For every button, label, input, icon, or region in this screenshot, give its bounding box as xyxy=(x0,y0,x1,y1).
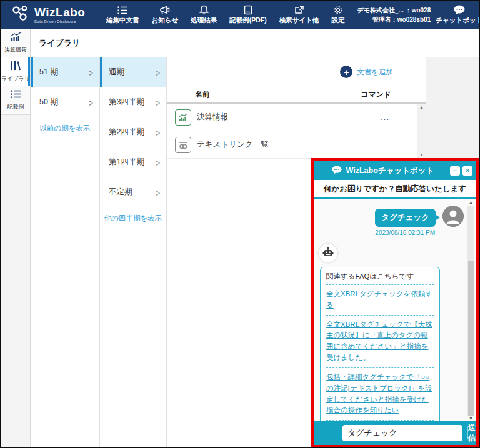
example-list-icon xyxy=(10,89,21,101)
nav-chatbot[interactable]: チャットボット xyxy=(431,1,479,29)
period-item-50[interactable]: 50 期 > xyxy=(31,87,99,117)
faq-box: 関連するFAQはこちらです 全文XBRLタグチェックを依頼する 全文XBRLタグ… xyxy=(320,267,440,421)
book-icon xyxy=(244,5,252,15)
chatbot-panel: WizLaboチャットボット − ✕ 何かお困りですか？自動応答いたします タグ… xyxy=(311,158,479,447)
bot-message-row: 関連するFAQはこちらです 全文XBRLタグチェックを依頼する 全文XBRLタグ… xyxy=(319,244,464,421)
chevron-right-icon: > xyxy=(89,97,93,107)
document-list-icon xyxy=(118,6,128,15)
chat-bubble-icon xyxy=(331,166,342,176)
left-sidebar: 決算情報 ライブラリ 記載例 xyxy=(1,29,31,447)
column-header-name: 名前 xyxy=(167,89,210,100)
quarter-item-q1[interactable]: 第1四半期 > xyxy=(100,147,166,177)
chatbot-input-bar: 送信 xyxy=(314,421,476,445)
robot-icon xyxy=(319,244,338,262)
financial-report-icon xyxy=(175,109,191,126)
chevron-right-icon: > xyxy=(89,67,93,77)
quarter-item-q2[interactable]: 第2四半期 > xyxy=(100,117,166,147)
chatbot-header: WizLaboチャットボット − ✕ xyxy=(314,161,476,180)
chatbot-message-area: タグチェック 2023/08/16 02:31 PM 関連するFAQはこちらです… xyxy=(314,199,476,421)
quarters-column: 通期 > 第3四半期 > 第2四半期 > 第1四半期 > 不定期 > xyxy=(100,57,167,447)
chatbot-minimize-button[interactable]: − xyxy=(450,166,460,176)
chatbot-close-button[interactable]: ✕ xyxy=(462,166,472,176)
top-header-bar: WizLabo Data Driven Disclosure 編集中文書 お知ら… xyxy=(1,1,479,29)
chevron-right-icon: > xyxy=(156,97,160,107)
user-message-row: タグチェック xyxy=(319,206,464,227)
show-other-quarters-link[interactable]: 他の四半期を表示 xyxy=(100,214,166,223)
chevron-right-icon: > xyxy=(156,157,160,167)
chevron-right-icon: > xyxy=(156,67,160,77)
periods-column: 51 期 > 50 期 > 以前の期を表示 xyxy=(31,57,100,447)
faq-link-3[interactable]: 包括・詳細タグチェックで「○○の注記[テキストブロック]」を設定してくださいと指… xyxy=(326,368,434,421)
chat-message-input[interactable] xyxy=(342,425,462,441)
user-avatar xyxy=(442,206,464,227)
wizlabo-logo-icon xyxy=(11,5,30,25)
external-link-icon xyxy=(294,5,304,15)
table-row-financial-info[interactable]: 決算情報 ... xyxy=(167,104,426,131)
library-icon xyxy=(9,61,22,73)
chevron-right-icon: > xyxy=(156,187,160,197)
period-item-51[interactable]: 51 期 > xyxy=(31,57,99,87)
financial-chart-icon xyxy=(9,32,22,44)
nav-settings[interactable]: 設定 xyxy=(327,1,350,29)
text-link-icon xyxy=(175,137,191,153)
screenshot-frame: WizLabo Data Driven Disclosure 編集中文書 お知ら… xyxy=(0,0,480,448)
nav-editing-documents[interactable]: 編集中文書 xyxy=(101,1,144,29)
quarter-item-irregular[interactable]: 不定期 > xyxy=(100,177,166,207)
megaphone-icon xyxy=(159,6,171,15)
faq-link-4[interactable]: 包括・詳細タグチェックで、包括タグの「開始/終了タグを移動してください」と指摘を… xyxy=(326,421,434,421)
scroll-down-icon[interactable]: ▼ xyxy=(419,152,424,157)
document-list-scrollbar[interactable]: ▲ ▼ xyxy=(418,104,426,158)
sidebar-item-examples[interactable]: 記載例 xyxy=(1,86,30,115)
add-document-button[interactable]: + 文書を追加 xyxy=(340,66,393,78)
table-row-text-links[interactable]: テキストリンク一覧 xyxy=(167,131,426,159)
user-company: デモ株式会社_... ：wo028 xyxy=(358,6,431,15)
app-tagline: Data Driven Disclosure xyxy=(34,19,85,24)
show-previous-periods-link[interactable]: 以前の期を表示 xyxy=(31,124,99,133)
app-window: WizLabo Data Driven Disclosure 編集中文書 お知ら… xyxy=(1,1,479,447)
user-info: デモ株式会社_... ：wo028 管理者：wo028sb01 xyxy=(358,6,431,24)
nav-notices[interactable]: お知らせ xyxy=(147,1,184,29)
sidebar-item-library[interactable]: ライブラリ xyxy=(1,57,30,86)
chatbot-title: WizLaboチャットボット xyxy=(346,166,434,176)
document-table-header: 名前 コマンド xyxy=(167,86,426,104)
sidebar-item-financial-info[interactable]: 決算情報 xyxy=(1,29,30,57)
nav-example-pdf[interactable]: 記載例(PDF) xyxy=(224,1,272,29)
app-title: WizLabo xyxy=(34,6,85,18)
send-button[interactable]: 送信 xyxy=(468,425,476,441)
scroll-up-icon[interactable]: ▲ xyxy=(469,201,474,206)
scroll-up-icon[interactable]: ▲ xyxy=(419,105,424,109)
bell-icon xyxy=(199,5,209,15)
scrollbar-thumb[interactable] xyxy=(468,261,474,416)
scroll-down-icon[interactable]: ▼ xyxy=(469,416,474,421)
faq-link-1[interactable]: 全文XBRLタグチェックを依頼する xyxy=(326,285,434,316)
chat-bubble-icon xyxy=(453,5,466,15)
chatbot-scrollbar[interactable]: ▲ ▼ xyxy=(468,201,474,421)
column-header-command: コマンド xyxy=(361,89,426,100)
wizlabo-logo: WizLabo Data Driven Disclosure xyxy=(1,5,101,25)
page-title-bar: ライブラリ xyxy=(31,29,426,57)
faq-link-2[interactable]: 全文XBRLタグチェックで【大株主の状況】に「直上のタグの範囲に含めてください」… xyxy=(326,316,434,368)
quarter-item-full-year[interactable]: 通期 > xyxy=(100,57,166,87)
top-navigation-right: チャットボット ? ヘルプ ✕ ログアウト xyxy=(431,1,479,29)
faq-header: 関連するFAQはこちらです xyxy=(326,272,434,285)
gear-icon xyxy=(333,5,343,15)
user-admin: 管理者：wo028sb01 xyxy=(358,15,431,24)
plus-icon: + xyxy=(340,66,352,78)
nav-processing-results[interactable]: 処理結果 xyxy=(186,1,222,29)
page-title: ライブラリ xyxy=(39,37,81,49)
chevron-right-icon: > xyxy=(156,127,160,137)
top-navigation: 編集中文書 お知らせ 処理結果 記載例(PDF) xyxy=(101,1,350,29)
user-message-bubble: タグチェック xyxy=(375,209,436,227)
message-timestamp: 2023/08/16 02:31 PM xyxy=(319,229,435,236)
nav-search-sites[interactable]: 検索サイト他 xyxy=(274,1,324,29)
chatbot-subtitle: 何かお困りですか？自動応答いたします xyxy=(314,180,476,199)
quarter-item-q3[interactable]: 第3四半期 > xyxy=(100,87,166,117)
